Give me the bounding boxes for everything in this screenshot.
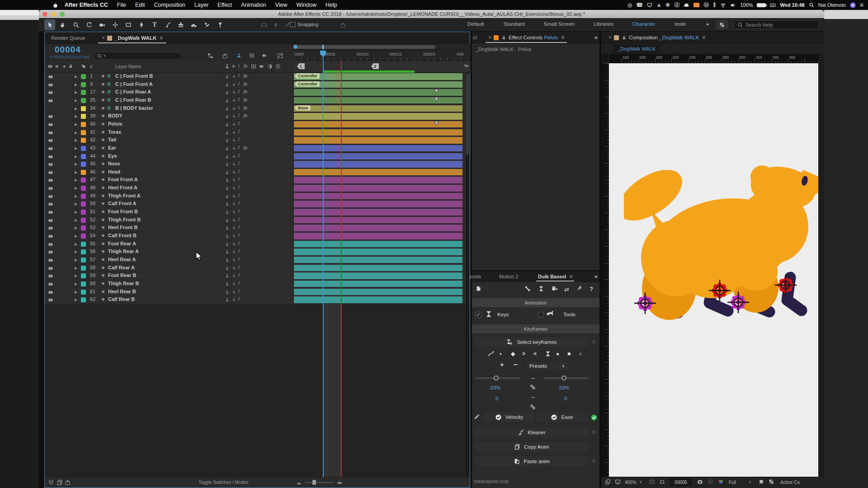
layer-row-54[interactable]: ▶54★Calf Front B/: [45, 232, 470, 240]
quality-switch[interactable]: /: [238, 145, 240, 150]
select-keyframes-options[interactable]: [592, 340, 595, 343]
collapse-switch-icon[interactable]: [232, 131, 236, 135]
expand-triangle-icon[interactable]: ▶: [75, 290, 77, 294]
right-velocity-value[interactable]: 0: [564, 396, 567, 401]
quality-switch[interactable]: /: [238, 192, 240, 198]
collapse-switch-icon[interactable]: [232, 99, 236, 103]
layer-duration-bar[interactable]: [293, 145, 462, 152]
tab-duik-bassel[interactable]: Duik Bassel ≡: [536, 271, 574, 282]
viewer-comp-tab[interactable]: _DogWalk WALK: [613, 45, 660, 53]
shy-switch-icon[interactable]: [225, 250, 229, 254]
layer-color-swatch[interactable]: [81, 234, 86, 239]
collapse-switch-icon[interactable]: [232, 122, 236, 127]
expand-triangle-icon[interactable]: ▶: [75, 218, 77, 222]
layer-color-swatch[interactable]: [81, 138, 86, 143]
layer-row-45[interactable]: ▶45★Nose/: [45, 160, 470, 169]
label-column-icon[interactable]: [81, 64, 86, 69]
layer-duration-bar[interactable]: [293, 137, 462, 144]
layer-color-swatch[interactable]: [81, 218, 86, 223]
clone-stamp-tool[interactable]: [175, 19, 186, 30]
quality-switch[interactable]: /: [238, 264, 240, 270]
collapse-switch-icon[interactable]: [232, 170, 236, 174]
kleaner-options[interactable]: [592, 431, 595, 434]
menu-after-effects-cc[interactable]: After Effects CC: [60, 2, 113, 8]
remove-key-button[interactable]: −: [514, 361, 518, 368]
layer-name[interactable]: Calf Rear A: [108, 265, 135, 270]
collapse-switch-icon[interactable]: [232, 114, 236, 118]
lock-column-icon[interactable]: [68, 64, 73, 69]
expand-triangle-icon[interactable]: ▶: [75, 83, 77, 87]
layer-duration-bar[interactable]: [293, 272, 462, 279]
graph-editor-icon[interactable]: [277, 53, 283, 59]
shy-switch-icon[interactable]: [225, 155, 229, 159]
layer-name[interactable]: Heel Rear A: [108, 257, 136, 262]
layer-name[interactable]: Foot Rear B: [108, 272, 136, 278]
snapshot-icon[interactable]: [697, 479, 703, 485]
layer-duration-bar[interactable]: [293, 257, 462, 263]
layer-name[interactable]: Ear: [108, 145, 116, 150]
quality-switch[interactable]: \: [238, 105, 240, 110]
shy-switch-icon[interactable]: [225, 131, 229, 135]
menu-window[interactable]: Window: [292, 2, 321, 8]
layer-row-52[interactable]: ▶52★Thigh Front B/: [45, 216, 470, 225]
tab-effect-controls[interactable]: × Effect Controls Pelvis ≡: [486, 32, 567, 43]
toggle-switches-label[interactable]: Toggle Switches / Modes: [198, 480, 249, 485]
quality-switch[interactable]: /: [238, 160, 240, 166]
shy-switch-icon[interactable]: [225, 218, 229, 222]
shy-switch-icon[interactable]: [225, 138, 229, 142]
workspace-character[interactable]: Character: [632, 21, 656, 27]
layer-row-53[interactable]: ▶53★Heel Front B/: [45, 224, 470, 232]
fx-switch[interactable]: fx: [244, 105, 247, 110]
quality-switch[interactable]: /: [238, 256, 240, 262]
menu-file[interactable]: File: [113, 2, 131, 8]
shy-switch-icon[interactable]: [225, 90, 229, 94]
layer-duration-bar[interactable]: [293, 153, 462, 160]
keyframe-shape-1[interactable]: •: [500, 351, 501, 357]
quality-switch[interactable]: /: [238, 184, 240, 190]
notification-center-icon[interactable]: ≡: [860, 1, 863, 9]
menu-effect[interactable]: Effect: [213, 2, 236, 8]
workspace-default[interactable]: Default: [467, 21, 484, 27]
spotlight-icon[interactable]: [809, 2, 814, 8]
shy-toggle-icon[interactable]: [236, 53, 241, 58]
timeline-ruler[interactable]: 000000005000100001500020000: [293, 50, 471, 61]
work-area-bar[interactable]: [323, 70, 415, 73]
collapse-switch-icon[interactable]: [232, 138, 236, 142]
brush-tool[interactable]: [162, 19, 173, 30]
expand-triangle-icon[interactable]: ▶: [75, 162, 77, 166]
tab-render-queue[interactable]: Render Queue: [51, 32, 85, 44]
frame-blend-column-icon[interactable]: [251, 64, 256, 69]
current-timecode[interactable]: 00004: [55, 45, 81, 55]
type-tool[interactable]: T: [149, 19, 160, 30]
layer-duration-bar[interactable]: [293, 217, 462, 224]
layer-name[interactable]: Calf Front B: [108, 233, 137, 238]
quality-switch[interactable]: /: [238, 272, 240, 277]
region-of-interest-icon[interactable]: [649, 479, 655, 485]
eye-toggle-icon[interactable]: [48, 297, 53, 303]
eye-column-icon[interactable]: [47, 64, 53, 69]
layer-row-43[interactable]: ▶43★Ear/fx: [45, 145, 470, 153]
fx-switch[interactable]: fx: [244, 81, 247, 86]
layer-duration-bar[interactable]: [293, 201, 462, 207]
quality-switch[interactable]: /: [238, 176, 240, 182]
layer-row-40[interactable]: ▶40★Pelvis/: [45, 121, 470, 129]
layer-name[interactable]: Heel Front A: [108, 185, 137, 190]
layer-color-swatch[interactable]: [81, 225, 86, 230]
quality-switch[interactable]: /: [238, 153, 240, 158]
status-volume-icon[interactable]: [730, 2, 736, 8]
tab-overflow[interactable]: »: [594, 34, 597, 41]
layer-name[interactable]: Tail: [108, 137, 116, 142]
animation-mode-icon[interactable]: [538, 286, 544, 292]
layer-name[interactable]: C | Foot Rear B: [115, 97, 151, 103]
expand-triangle-icon[interactable]: ▶: [75, 146, 77, 150]
keys-label[interactable]: Keys: [497, 312, 509, 317]
expand-triangle-icon[interactable]: ▶: [75, 194, 77, 198]
status-cloud-icon[interactable]: [684, 2, 689, 8]
eye-toggle-icon[interactable]: [48, 242, 53, 247]
layer-tag-chip[interactable]: Bone: [294, 105, 311, 111]
left-ease-knob[interactable]: [494, 375, 499, 380]
layer-name[interactable]: Torax: [108, 129, 121, 135]
shy-switch-icon[interactable]: [225, 194, 229, 198]
layer-row-42[interactable]: ▶42★Tail/: [45, 136, 470, 145]
fx-switch[interactable]: fx: [244, 73, 247, 78]
